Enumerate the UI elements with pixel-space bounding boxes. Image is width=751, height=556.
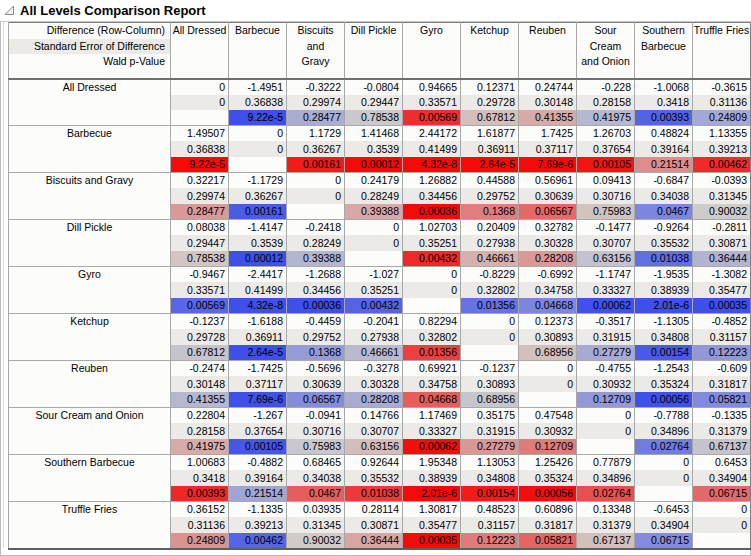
std-error-cell: 0.30893 (461, 376, 519, 392)
difference-cell: 1.02703 (403, 220, 461, 236)
difference-cell: 0.12371 (461, 79, 519, 95)
difference-cell: -1.7425 (229, 361, 287, 377)
outline-guide-line (3, 22, 4, 548)
difference-cell: -1.027 (345, 267, 403, 283)
std-error-cell: 0.34038 (635, 188, 693, 204)
row-group-sour-cream-and-onion: Sour Cream and Onion0.22804-1.267-0.0941… (9, 408, 751, 455)
std-error-cell: 0.3539 (345, 141, 403, 157)
difference-cell: 1.95348 (403, 455, 461, 471)
row-group-all-dressed: All Dressed0-1.4951-0.3222-0.08040.94665… (9, 79, 751, 126)
std-error-cell: 0.30639 (519, 188, 577, 204)
difference-cell: 1.61877 (461, 126, 519, 142)
p-value-cell: 0.00036 (403, 204, 461, 220)
p-value-cell: 0.41355 (171, 392, 229, 408)
difference-cell: 0 (287, 173, 345, 189)
difference-cell: 0 (519, 361, 577, 377)
std-error-cell: 0.30871 (693, 235, 751, 251)
std-error-cell: 0.39164 (635, 141, 693, 157)
row-label: All Dressed (9, 79, 171, 126)
p-value-cell: 0.00154 (635, 345, 693, 361)
column-header-line: Gravy (287, 54, 344, 70)
p-value-cell: 0.36444 (693, 251, 751, 267)
difference-cell: 0.6453 (693, 455, 751, 471)
p-value-cell: 0.28208 (519, 251, 577, 267)
difference-cell: 0.03935 (287, 502, 345, 518)
difference-cell: 0.32217 (171, 173, 229, 189)
difference-cell: -1.2543 (635, 361, 693, 377)
p-value-cell: 7.69e-6 (519, 157, 577, 173)
p-value-cell: 0.90032 (693, 204, 751, 220)
p-value-cell: 4.32e-8 (403, 157, 461, 173)
std-error-cell: 0.34456 (403, 188, 461, 204)
p-value-cell (171, 110, 229, 126)
p-value-cell: 0.02764 (577, 486, 635, 502)
std-error-cell: 0.30148 (519, 95, 577, 111)
row-group-biscuits-and-gravy: Biscuits and Gravy0.32217-1.172900.24179… (9, 173, 751, 220)
difference-cell: 0.68465 (287, 455, 345, 471)
difference-cell: -1.4951 (229, 79, 287, 95)
p-value-cell: 0.00161 (229, 204, 287, 220)
p-value-cell: 2.64e-5 (461, 157, 519, 173)
std-error-cell: 0.27938 (461, 235, 519, 251)
column-header-truffle-fries: Truffle Fries (693, 23, 751, 79)
p-value-cell: 0.67812 (461, 110, 519, 126)
p-value-cell: 0.1368 (461, 204, 519, 220)
std-error-cell: 0.34758 (403, 376, 461, 392)
std-error-cell: 0.28249 (287, 235, 345, 251)
p-value-cell: 0.00462 (229, 533, 287, 549)
std-error-cell: 0.34896 (635, 423, 693, 439)
std-error-cell: 0.30871 (345, 517, 403, 533)
std-error-cell: 0.41499 (403, 141, 461, 157)
difference-cell: 0.47548 (519, 408, 577, 424)
std-error-cell: 0.36267 (229, 188, 287, 204)
row-label: Barbecue (9, 126, 171, 173)
row-group-truffle-fries: Truffle Fries0.36152-1.13350.039350.2811… (9, 502, 751, 549)
p-value-cell: 0.0467 (287, 486, 345, 502)
p-value-cell: 0.67812 (171, 345, 229, 361)
std-error-cell: 0.34456 (287, 282, 345, 298)
difference-cell: -0.2474 (171, 361, 229, 377)
difference-cell: -1.1729 (229, 173, 287, 189)
p-value-cell: 0.00062 (403, 439, 461, 455)
difference-cell: -1.1335 (229, 502, 287, 518)
difference-cell: -1.3082 (693, 267, 751, 283)
std-error-cell: 0.31345 (693, 188, 751, 204)
row-label: Dill Pickle (9, 220, 171, 267)
difference-cell: -2.4417 (229, 267, 287, 283)
std-error-cell: 0.34896 (577, 470, 635, 486)
difference-cell: -0.0804 (345, 79, 403, 95)
std-error-cell: 0.31157 (461, 517, 519, 533)
p-value-cell: 0.00432 (403, 251, 461, 267)
std-error-cell: 0.29728 (461, 95, 519, 111)
std-error-cell: 0.30707 (577, 235, 635, 251)
column-header-line: Truffle Fries (693, 23, 750, 39)
p-value-cell: 0.21514 (229, 486, 287, 502)
difference-cell: -0.2041 (345, 314, 403, 330)
p-value-cell: 0.01356 (403, 345, 461, 361)
std-error-cell: 0.36838 (229, 95, 287, 111)
column-header-all-dressed: All Dressed (171, 23, 229, 79)
std-error-cell: 0.30932 (519, 423, 577, 439)
p-value-cell: 0.28477 (171, 204, 229, 220)
p-value-cell: 0.06715 (635, 533, 693, 549)
std-error-cell: 0.30328 (519, 235, 577, 251)
legend-line: Difference (Row-Column) (9, 23, 170, 39)
p-value-cell: 0.00056 (635, 392, 693, 408)
difference-cell: 1.17469 (403, 408, 461, 424)
row-group-gyro: Gyro-0.9467-2.4417-1.2688-1.0270-0.8229-… (9, 267, 751, 314)
p-value-cell: 0.04668 (403, 392, 461, 408)
p-value-cell: 0.78538 (345, 110, 403, 126)
disclosure-triangle-icon[interactable] (4, 5, 15, 16)
p-value-cell: 0.63156 (577, 251, 635, 267)
row-label: Gyro (9, 267, 171, 314)
p-value-cell: 2.01e-6 (635, 298, 693, 314)
p-value-cell: 0.0467 (635, 204, 693, 220)
std-error-cell: 0 (403, 282, 461, 298)
p-value-cell: 0.01356 (461, 298, 519, 314)
difference-cell: 1.30817 (403, 502, 461, 518)
p-value-cell: 0.41355 (519, 110, 577, 126)
p-value-cell: 0.00462 (693, 157, 751, 173)
legend-line: Standard Error of Difference (9, 39, 170, 55)
difference-cell: 0.69921 (403, 361, 461, 377)
p-value-cell: 0.00012 (345, 157, 403, 173)
